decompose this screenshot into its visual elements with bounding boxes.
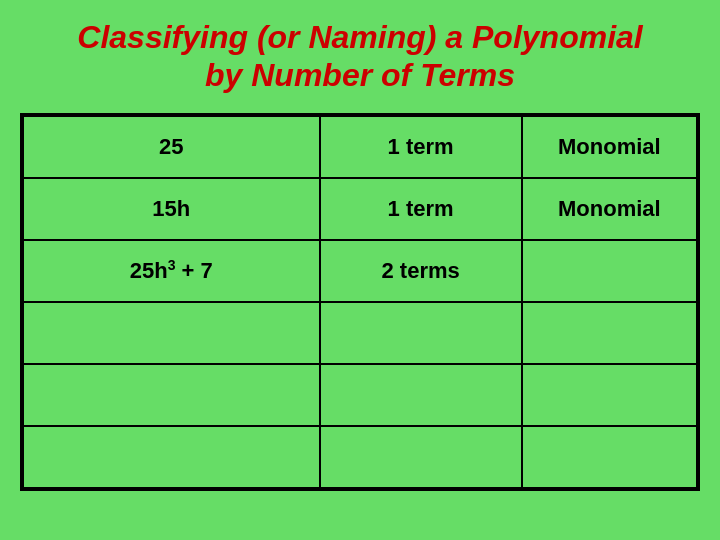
cell-terms-2: 1 term [320,178,522,240]
page-title: Classifying (or Naming) a Polynomial by … [77,18,642,95]
table-row: 15h 1 term Monomial [23,178,697,240]
cell-terms-5 [320,364,522,426]
table-row: 25h3 + 7 2 terms [23,240,697,302]
table-row [23,426,697,488]
cell-expression-2: 15h [23,178,320,240]
cell-name-1: Monomial [522,116,697,178]
cell-terms-1: 1 term [320,116,522,178]
cell-expression-5 [23,364,320,426]
table-row [23,364,697,426]
cell-terms-3: 2 terms [320,240,522,302]
cell-expression-6 [23,426,320,488]
table-row [23,302,697,364]
cell-name-3 [522,240,697,302]
cell-expression-3: 25h3 + 7 [23,240,320,302]
cell-name-2: Monomial [522,178,697,240]
cell-name-5 [522,364,697,426]
classification-table: 25 1 term Monomial 15h 1 term Monomial 2… [20,113,700,491]
cell-terms-4 [320,302,522,364]
cell-expression-1: 25 [23,116,320,178]
cell-terms-6 [320,426,522,488]
cell-name-4 [522,302,697,364]
cell-name-6 [522,426,697,488]
cell-expression-4 [23,302,320,364]
table-row: 25 1 term Monomial [23,116,697,178]
